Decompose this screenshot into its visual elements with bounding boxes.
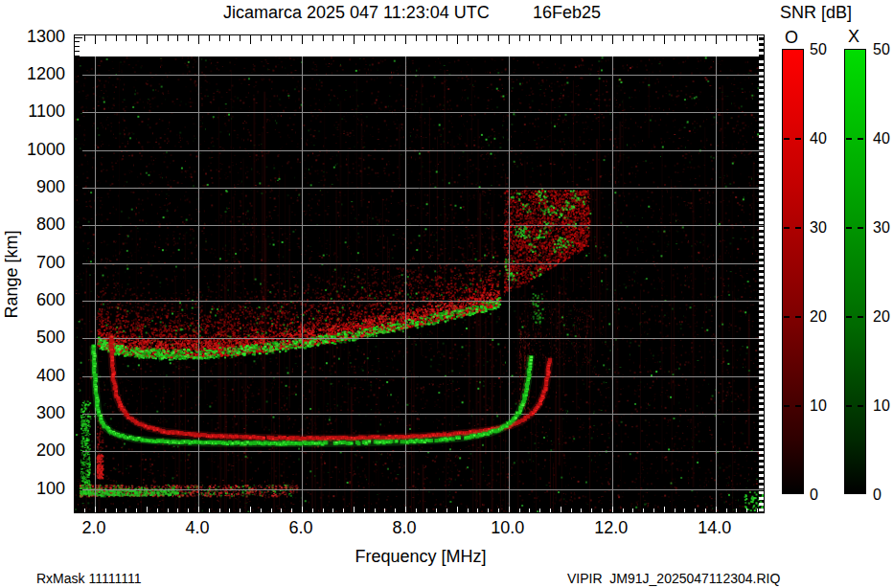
y-tick-label: 300 (13, 403, 65, 422)
y-tick-label: 800 (13, 215, 65, 234)
y-tick-label: 700 (13, 253, 65, 272)
x-tick-label: 8.0 (376, 518, 433, 537)
o-mode-label: O (785, 28, 798, 48)
filename-text: VIPIR JM91J_2025047112304.RIQ (567, 571, 780, 586)
colorbar-tick-label: 40 (873, 130, 893, 147)
colorbar-tick-label: 0 (873, 486, 893, 504)
rxmask-text: RxMask 11111111 (36, 571, 141, 586)
x-axis-label: Frequency [MHz] (344, 547, 497, 567)
colorbar-tick-label: 30 (810, 219, 861, 237)
x-tick-label: 6.0 (272, 518, 330, 537)
y-axis-label: Range [km] (2, 222, 22, 328)
colorbar-tick-label: 10 (810, 397, 861, 415)
o-mode-colorbar (782, 49, 804, 494)
colorbar-tick-label: 20 (810, 308, 861, 326)
colorbar-tick-dash (784, 405, 790, 407)
x-mode-colorbar (844, 49, 866, 494)
x-tick-label: 4.0 (169, 518, 226, 537)
y-tick-label: 200 (13, 441, 65, 460)
y-tick-label: 900 (13, 177, 65, 196)
colorbar-tick-dash (795, 316, 801, 318)
colorbar-tick-label: 10 (873, 397, 893, 415)
colorbar-tick-dash (784, 227, 790, 229)
colorbar-tick-label: 50 (810, 41, 861, 58)
page-title-date: 16Feb25 (533, 3, 601, 23)
colorbar-tick-dash (795, 405, 801, 407)
colorbar-tick-dash (795, 227, 801, 229)
colorbar-tick-dash (784, 138, 790, 140)
x-tick-label: 12.0 (583, 518, 640, 537)
y-tick-label: 100 (13, 479, 65, 498)
colorbar-tick-dash (795, 138, 801, 140)
colorbar-title: SNR [dB] (780, 3, 852, 23)
y-tick-label: 1300 (13, 27, 65, 46)
colorbar-tick-label: 50 (873, 41, 893, 58)
y-tick-label: 400 (13, 366, 65, 385)
x-tick-label: 14.0 (686, 518, 744, 537)
y-tick-label: 1100 (13, 102, 65, 121)
x-tick-label: 10.0 (479, 518, 537, 537)
y-tick-label: 500 (13, 328, 65, 347)
y-tick-label: 1200 (13, 64, 65, 83)
colorbar-tick-label: 0 (810, 486, 861, 504)
colorbar-tick-label: 20 (873, 308, 893, 326)
colorbar-tick-label: 40 (810, 130, 861, 147)
colorbar-tick-dash (784, 316, 790, 318)
y-tick-label: 1000 (13, 140, 65, 159)
ionogram-screen: Jicamarca 2025 047 11:23:04 UTC 16Feb25 … (0, 0, 893, 588)
ionogram-canvas (75, 35, 764, 512)
x-tick-label: 2.0 (65, 518, 123, 537)
y-tick-label: 600 (13, 290, 65, 309)
ionogram-plot-area (74, 34, 765, 513)
page-title: Jicamarca 2025 047 11:23:04 UTC (223, 3, 490, 23)
colorbar-tick-label: 30 (873, 219, 893, 237)
